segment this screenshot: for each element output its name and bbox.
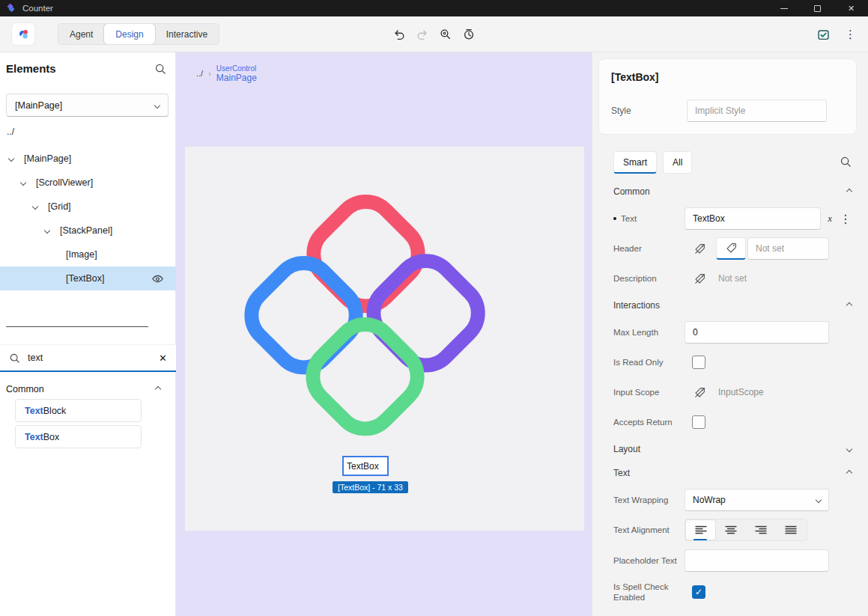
canvas-textbox-element[interactable]: TextBox [342,456,389,476]
breadcrumb-kind: UserControl [216,64,257,73]
breadcrumb-current[interactable]: UserControl MainPage [216,64,257,83]
search-icon [840,156,852,168]
section-layout[interactable]: Layout [613,437,852,461]
section-text[interactable]: Text [613,461,852,485]
match-text: Text [25,432,43,442]
rest-text: Box [43,432,60,442]
result-item-textbox[interactable]: TextBox [15,425,142,448]
properties-search-button[interactable] [840,156,852,168]
chevron-down-icon[interactable] [8,156,14,162]
modified-dot [613,217,616,220]
tree-item-label: [StackPanel] [60,225,112,236]
minimize-button[interactable] [767,0,801,16]
inputscope-notset-button[interactable] [694,386,706,399]
redo-icon [416,28,429,41]
tree-item-grid[interactable]: [Grid] [0,195,176,219]
elements-title: Elements [6,62,56,75]
window-title: Counter [22,4,53,13]
app-icon[interactable] [12,23,34,45]
tab-agent[interactable]: Agent [58,24,104,44]
maximize-button[interactable] [801,0,834,16]
tree-item-image[interactable]: [Image] [0,243,176,266]
property-label: Is Read Only [613,357,685,368]
textbox-text: TextBox [347,461,379,472]
tab-all[interactable]: All [663,151,692,174]
tree-item-textbox[interactable]: [TextBox] [0,266,176,290]
tab-design[interactable]: Design [104,24,154,44]
header-notset-toggle[interactable] [685,237,714,260]
visibility-toggle[interactable] [151,272,164,285]
text-value-input[interactable] [685,207,821,230]
design-canvas[interactable]: ../ › UserControl MainPage TextBox [Text… [176,52,592,616]
artboard[interactable]: TextBox [TextBox] - 71 x 33 [185,147,584,531]
close-button[interactable]: ✕ [834,0,868,16]
clear-search-button[interactable]: ✕ [159,353,167,364]
close-icon: ✕ [848,4,855,13]
titlebar: Counter ✕ [0,0,868,16]
elements-search-button[interactable] [154,63,166,75]
kebab-icon[interactable]: ⋮ [840,212,852,226]
kebab-icon: ⋮ [845,28,856,40]
redo-button[interactable] [416,28,429,41]
max-length-input[interactable] [685,321,829,344]
tree-item-mainpage[interactable]: [MainPage] [0,147,176,171]
property-label: Is Spell Check Enabled [613,582,685,603]
element-tree: [MainPage] [ScrollViewer] [Grid] [StackP… [0,147,176,290]
header-value-toggle[interactable] [716,237,746,260]
tree-item-scrollviewer[interactable]: [ScrollViewer] [0,171,176,195]
accepts-return-checkbox[interactable] [692,415,705,429]
elements-panel: Elements [MainPage] ../ [MainPage] [Scro… [0,52,176,616]
element-search-input[interactable] [28,353,159,363]
inspect-button[interactable] [439,28,452,41]
tag-slash-icon [694,386,706,399]
align-right-button[interactable] [746,520,775,540]
scope-dropdown-value: [MainPage] [15,100,62,111]
chevron-down-icon[interactable] [44,228,50,234]
tree-item-label: [Image] [66,249,97,260]
properties-list: Common Text x ⋮ Header [592,180,868,608]
style-input[interactable] [687,100,827,122]
chevron-up-icon[interactable] [155,386,161,392]
tab-interactive[interactable]: Interactive [155,24,219,44]
result-item-textblock[interactable]: TextBlock [15,399,142,422]
tree-item-stackpanel[interactable]: [StackPanel] [0,219,176,243]
chevron-down-icon[interactable] [32,204,38,210]
section-common[interactable]: Common [613,180,852,204]
input-scope-value: InputScope [718,387,764,397]
chevron-up-icon [846,470,852,476]
undo-button[interactable] [392,28,406,41]
chevron-up-icon [846,302,852,308]
spell-check-checkbox[interactable]: ✓ [692,585,705,599]
header-input[interactable] [747,237,829,260]
eye-icon [151,272,164,285]
scope-dropdown[interactable]: [MainPage] [6,94,169,117]
align-center-icon [725,525,737,534]
property-row-header: Header [613,234,852,263]
is-read-only-checkbox[interactable] [692,356,705,369]
history-button[interactable] [462,28,476,41]
chevron-down-icon[interactable] [20,180,26,186]
tag-slash-icon [694,272,706,285]
align-center-button[interactable] [716,520,745,540]
description-notset-button[interactable] [694,272,706,285]
tab-smart[interactable]: Smart [613,151,657,174]
section-interactions[interactable]: Interactions [613,293,852,317]
app-window: Counter ✕ Agent Design Interactive [0,0,868,616]
task-check-icon [816,28,831,42]
binding-icon[interactable]: x [828,213,832,225]
tasks-button[interactable] [816,28,831,42]
tag-slash-icon [694,243,706,255]
mode-tabs: Agent Design Interactive [58,23,219,45]
more-options-button[interactable]: ⋮ [845,28,856,41]
property-label: Text Alignment [613,525,685,535]
tree-root-path[interactable]: ../ [7,126,14,137]
close-icon: ✕ [159,353,167,364]
panel-splitter[interactable] [6,326,148,327]
section-label: Layout [613,444,640,454]
align-left-button[interactable] [686,520,715,540]
text-wrapping-dropdown[interactable]: NoWrap [685,489,829,511]
property-row-readonly: Is Read Only [613,347,852,377]
align-justify-button[interactable] [776,520,805,540]
breadcrumb-root[interactable]: ../ [196,69,203,78]
placeholder-text-input[interactable] [685,549,829,572]
